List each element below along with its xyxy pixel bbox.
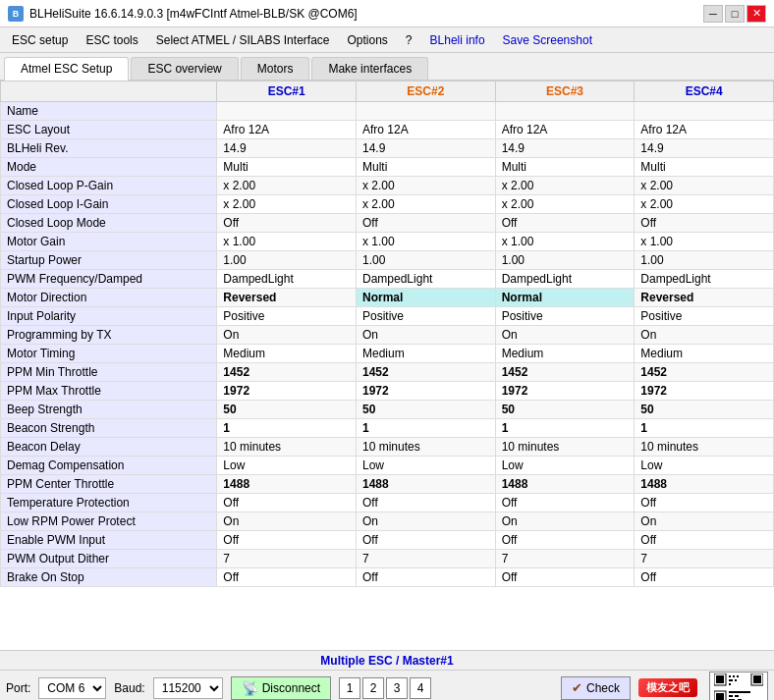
minimize-button[interactable]: ─ <box>703 5 723 23</box>
row-value-cell: Off <box>357 494 496 512</box>
row-value-cell: x 2.00 <box>495 195 635 214</box>
menu-options[interactable]: Options <box>339 31 395 49</box>
table-row: Motor TimingMediumMediumMediumMedium <box>1 345 774 363</box>
esc-table: ESC#1 ESC#2 ESC#3 ESC#4 NameESC LayoutAf… <box>0 81 774 587</box>
table-row: Startup Power1.001.001.001.00 <box>1 251 774 270</box>
table-row: PWM Frequency/DampedDampedLightDampedLig… <box>1 270 774 289</box>
esc-btn-2[interactable]: 2 <box>362 677 384 699</box>
row-value-cell: x 1.00 <box>635 233 774 251</box>
svg-rect-11 <box>729 683 731 685</box>
table-row: Input PolarityPositivePositivePositivePo… <box>1 307 774 326</box>
row-label-cell: Temperature Protection <box>1 494 217 512</box>
row-value-cell: Medium <box>357 345 496 363</box>
row-label-cell: PPM Center Throttle <box>1 475 217 494</box>
title-text: BLHeliSuite 16.6.14.9.0.3 [m4wFCIntf Atm… <box>29 7 358 21</box>
tab-esc-overview[interactable]: ESC overview <box>131 57 238 80</box>
row-value-cell: 10 minutes <box>635 438 774 457</box>
row-value-cell: Positive <box>495 307 635 326</box>
row-value-cell: Off <box>357 568 496 587</box>
esc-btn-1[interactable]: 1 <box>339 677 360 699</box>
row-value-cell: x 2.00 <box>495 177 635 195</box>
row-value-cell: Off <box>495 531 635 550</box>
row-value-cell: 1 <box>635 419 774 438</box>
row-label-cell: Beep Strength <box>1 401 217 419</box>
row-label-cell: Input Polarity <box>1 307 217 326</box>
port-select[interactable]: COM 6 <box>38 677 106 699</box>
row-label-cell: Beacon Delay <box>1 438 217 457</box>
row-value-cell: 10 minutes <box>217 438 357 457</box>
row-value-cell: Afro 12A <box>635 121 774 139</box>
row-value-cell: On <box>357 326 496 345</box>
row-value-cell: 1452 <box>495 363 635 382</box>
row-label-cell: Closed Loop I-Gain <box>1 195 217 214</box>
table-row: Closed Loop ModeOffOffOffOff <box>1 214 774 233</box>
row-value-cell: On <box>217 326 357 345</box>
check-button[interactable]: ✔ Check <box>561 676 631 700</box>
row-value-cell: On <box>217 512 357 531</box>
row-value-cell: Afro 12A <box>495 121 635 139</box>
row-value-cell: 50 <box>635 401 774 419</box>
tab-area: Atmel ESC Setup ESC overview Motors Make… <box>0 53 774 81</box>
svg-rect-9 <box>729 679 733 681</box>
menu-help[interactable]: ? <box>398 31 420 49</box>
menu-esc-tools[interactable]: ESC tools <box>78 31 145 49</box>
baud-select[interactable]: 115200 <box>153 677 223 699</box>
menu-select-interface[interactable]: Select ATMEL / SILABS Interface <box>148 31 338 49</box>
row-label-cell: Motor Direction <box>1 289 217 307</box>
row-value-cell: Off <box>635 494 774 512</box>
svg-rect-13 <box>729 695 733 697</box>
row-value-cell: 1488 <box>357 475 496 494</box>
row-value-cell: 1.00 <box>217 251 357 270</box>
tab-make-interfaces[interactable]: Make interfaces <box>311 57 428 80</box>
maximize-button[interactable]: □ <box>725 5 745 23</box>
row-value-cell: 10 minutes <box>495 438 635 457</box>
num-buttons-group: 1 2 3 4 <box>339 677 431 699</box>
close-button[interactable]: ✕ <box>746 5 766 23</box>
baud-label: Baud: <box>114 681 144 695</box>
row-label-cell: Closed Loop P-Gain <box>1 177 217 195</box>
menu-bar: ESC setup ESC tools Select ATMEL / SILAB… <box>0 27 774 53</box>
menu-esc-setup[interactable]: ESC setup <box>4 31 76 49</box>
row-value-cell: Low <box>495 457 635 475</box>
tab-motors[interactable]: Motors <box>241 57 310 80</box>
table-row: PPM Min Throttle1452145214521452 <box>1 363 774 382</box>
row-value-cell: x 2.00 <box>217 177 357 195</box>
row-value-cell: Medium <box>217 345 357 363</box>
row-value-cell: Off <box>217 494 357 512</box>
table-row: Brake On StopOffOffOffOff <box>1 568 774 587</box>
table-row: Temperature ProtectionOffOffOffOff <box>1 494 774 512</box>
table-row: Closed Loop P-Gainx 2.00x 2.00x 2.00x 2.… <box>1 177 774 195</box>
menu-blheli-info[interactable]: BLheli info <box>422 31 493 49</box>
row-value-cell: Medium <box>495 345 635 363</box>
row-value-cell: x 1.00 <box>357 233 496 251</box>
row-value-cell: Off <box>635 531 774 550</box>
row-value-cell: Multi <box>217 158 357 177</box>
qr-box <box>709 672 768 701</box>
row-value-cell: Off <box>217 214 357 233</box>
row-value-cell: 1 <box>357 419 496 438</box>
row-value-cell: 50 <box>357 401 496 419</box>
menu-save-screenshot[interactable]: Save Screenshot <box>495 31 600 49</box>
table-row: Programming by TXOnOnOnOn <box>1 326 774 345</box>
tab-atmel-esc-setup[interactable]: Atmel ESC Setup <box>4 57 129 81</box>
table-row: Beacon Delay10 minutes10 minutes10 minut… <box>1 438 774 457</box>
table-row: PPM Center Throttle1488148814881488 <box>1 475 774 494</box>
row-value-cell: Off <box>217 568 357 587</box>
row-label-cell: PPM Max Throttle <box>1 382 217 401</box>
svg-rect-14 <box>735 695 739 697</box>
row-value-cell: Multi <box>635 158 774 177</box>
esc-btn-3[interactable]: 3 <box>386 677 408 699</box>
row-value-cell: Medium <box>635 345 774 363</box>
esc-btn-4[interactable]: 4 <box>410 677 431 699</box>
table-row: PWM Output Dither7777 <box>1 550 774 568</box>
disconnect-button[interactable]: 📡 Disconnect <box>231 676 331 700</box>
col-header-esc4: ESC#4 <box>635 81 774 102</box>
svg-rect-10 <box>735 679 737 681</box>
row-label-cell: Startup Power <box>1 251 217 270</box>
row-value-cell: 1452 <box>357 363 496 382</box>
antenna-icon: 📡 <box>242 680 258 696</box>
row-value-cell: 14.9 <box>495 139 635 158</box>
row-value-cell: On <box>357 512 496 531</box>
row-value-cell: DampedLight <box>357 270 496 289</box>
row-value-cell: 50 <box>495 401 635 419</box>
